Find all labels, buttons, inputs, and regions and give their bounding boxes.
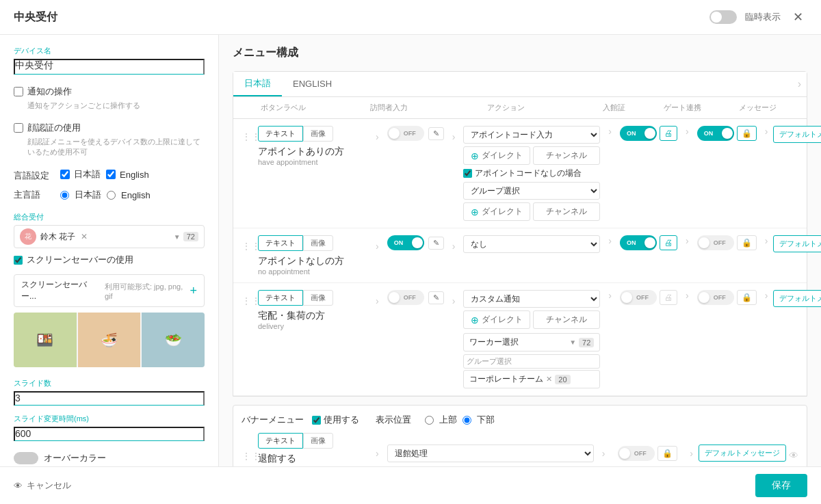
direct-btn-1b[interactable]: ⊕ ダイレクト — [463, 202, 530, 221]
lock-btn-1[interactable]: 🔒 — [737, 126, 757, 141]
no-code-checkbox[interactable] — [463, 169, 472, 178]
position-bottom-radio[interactable] — [462, 416, 471, 425]
banner-section: バナーメニュー 使用する 表示位置 上部 下部 ⋮⋮ — [233, 405, 807, 466]
direct-btn-1[interactable]: ⊕ ダイレクト — [463, 146, 530, 165]
edit-btn-1[interactable]: ✎ — [428, 127, 444, 140]
lock-btn-2[interactable]: 🔒 — [737, 235, 757, 250]
main-lang-english-radio[interactable] — [107, 191, 116, 200]
position-top-label[interactable]: 上部 — [439, 414, 457, 426]
temp-display-toggle[interactable] — [709, 10, 737, 24]
worker-dropdown-arrow[interactable]: ▼ — [569, 339, 576, 346]
auth-checkbox[interactable] — [14, 123, 23, 133]
text-tab-3[interactable]: テキスト — [258, 290, 303, 306]
slide-time-input[interactable] — [14, 427, 205, 441]
notification-checkbox[interactable] — [14, 87, 23, 96]
banner-auth-toggle[interactable]: OFF — [618, 446, 655, 461]
channel-btn-1[interactable]: チャンネル — [533, 146, 600, 165]
main-lang-japanese-label[interactable]: 日本語 — [75, 189, 101, 201]
edit-btn-3[interactable]: ✎ — [428, 291, 444, 304]
print-btn-3[interactable]: 🖨 — [660, 290, 677, 305]
input-toggle-1[interactable]: OFF — [387, 126, 424, 141]
cancel-label[interactable]: キャンセル — [27, 479, 71, 492]
banner-use-checkbox[interactable] — [312, 416, 321, 425]
notification-label[interactable]: 通知の操作 — [27, 85, 72, 98]
cancel-row[interactable]: 👁 キャンセル — [14, 479, 71, 492]
screensaver-checkbox[interactable] — [14, 256, 23, 265]
lang-japanese-label[interactable]: 日本語 — [74, 168, 101, 181]
worker-count: 72 — [579, 338, 594, 347]
default-msg-btn-1[interactable]: デフォルトメッセージ — [773, 126, 821, 143]
row-sub-1: have appointment — [258, 158, 367, 166]
drag-handle-3[interactable]: ⋮⋮ — [242, 290, 252, 306]
banner-action-select[interactable]: 退館処理 — [387, 445, 594, 462]
auth-toggle-3[interactable]: OFF — [620, 290, 657, 305]
banner-use-label[interactable]: 使用する — [324, 414, 359, 426]
arrow-3b: › — [449, 290, 458, 312]
text-tab-1[interactable]: テキスト — [258, 126, 303, 142]
group-tag-remove[interactable]: ✕ — [546, 375, 552, 384]
device-name-input[interactable] — [14, 59, 205, 75]
banner-default-msg-btn[interactable]: デフォルトメッセージ — [699, 445, 786, 462]
channel-btn-3[interactable]: チャンネル — [533, 310, 600, 329]
slide-count-input[interactable] — [14, 391, 205, 406]
reception-dropdown-arrow[interactable]: ▼ — [174, 233, 181, 241]
eye-btn-banner[interactable]: 👁 — [789, 450, 798, 461]
group-select-1[interactable]: グループ選択 — [463, 182, 600, 200]
direct-btn-3[interactable]: ⊕ ダイレクト — [463, 310, 530, 329]
screensaver-format: 利用可能形式: jpg, png, gif — [105, 282, 190, 300]
no-code-label[interactable]: アポイントコードなしの場合 — [475, 168, 582, 179]
row-sub-2: no appointment — [258, 267, 367, 276]
toggle-knob-1 — [389, 128, 400, 139]
position-label: 表示位置 — [376, 414, 411, 426]
lang-english-label[interactable]: English — [120, 170, 149, 180]
overlay-toggle[interactable] — [14, 452, 38, 464]
position-top-radio[interactable] — [425, 416, 434, 425]
main-lang-japanese-radio[interactable] — [60, 191, 69, 200]
group-tag-label: コーポレートチーム — [469, 373, 543, 385]
banner-lock-btn[interactable]: 🔒 — [657, 446, 677, 461]
gate-toggle-2[interactable]: OFF — [697, 235, 734, 250]
drag-handle-banner[interactable]: ⋮⋮ — [242, 445, 252, 462]
tab-japanese[interactable]: 日本語 — [233, 72, 282, 96]
close-button[interactable]: ✕ — [789, 8, 807, 26]
save-button[interactable]: 保存 — [755, 474, 807, 497]
text-tab-2[interactable]: テキスト — [258, 235, 303, 251]
channel-btn-1b[interactable]: チャンネル — [533, 202, 600, 221]
action-select-2[interactable]: なし — [463, 235, 600, 253]
text-tab-banner[interactable]: テキスト — [258, 433, 303, 449]
default-msg-btn-2[interactable]: デフォルトメッセージ — [773, 235, 821, 252]
sidebar: デバイス名 通知の操作 通知をアクションごとに操作する 顔認証の使用 顔認証メニ… — [0, 35, 219, 466]
lock-btn-3[interactable]: 🔒 — [737, 290, 757, 305]
preview-img-2: 🍜 — [78, 313, 141, 367]
auth-toggle-2[interactable]: ON — [620, 235, 657, 250]
reception-count: 72 — [183, 232, 198, 241]
image-tab-3[interactable]: 画像 — [303, 290, 333, 306]
position-bottom-label[interactable]: 下部 — [477, 414, 495, 426]
tab-english[interactable]: ENGLISH — [282, 73, 343, 96]
sep-1c: › — [762, 126, 771, 137]
auth-toggle-1[interactable]: ON — [620, 126, 657, 141]
drag-handle-2[interactable]: ⋮⋮ — [242, 235, 252, 252]
image-tab-2[interactable]: 画像 — [303, 235, 333, 251]
print-btn-2[interactable]: 🖨 — [660, 235, 677, 250]
input-toggle-3[interactable]: OFF — [387, 290, 424, 305]
default-msg-btn-3[interactable]: デフォルトメッセージ — [773, 290, 821, 307]
tab-chevron[interactable]: › — [792, 72, 807, 96]
gate-toggle-3[interactable]: OFF — [697, 290, 734, 305]
input-toggle-2[interactable]: ON — [387, 235, 424, 250]
drag-handle-1[interactable]: ⋮⋮ — [242, 126, 252, 142]
auth-label[interactable]: 顔認証の使用 — [27, 122, 81, 134]
screensaver-add-button[interactable]: + — [190, 284, 197, 298]
reception-remove-button[interactable]: ✕ — [81, 232, 88, 241]
image-tab-banner[interactable]: 画像 — [303, 433, 333, 449]
action-select-3[interactable]: カスタム通知 — [463, 290, 600, 308]
edit-btn-2[interactable]: ✎ — [428, 237, 444, 250]
lang-japanese-checkbox[interactable] — [60, 170, 70, 179]
main-lang-english-label[interactable]: English — [121, 190, 151, 200]
print-btn-1[interactable]: 🖨 — [660, 126, 677, 141]
lang-english-checkbox[interactable] — [106, 170, 116, 179]
gate-toggle-1[interactable]: ON — [697, 126, 734, 141]
screensaver-label[interactable]: スクリーンセーバーの使用 — [27, 254, 133, 266]
image-tab-1[interactable]: 画像 — [303, 126, 333, 142]
action-select-1[interactable]: アポイントコード入力 — [463, 126, 600, 144]
